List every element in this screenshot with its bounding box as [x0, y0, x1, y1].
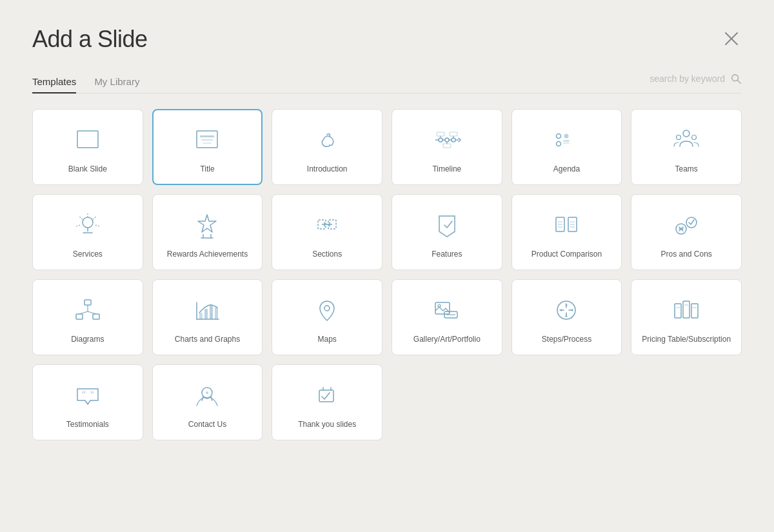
card-title[interactable]: Title: [152, 109, 263, 185]
contact-us-label: Contact Us: [188, 420, 226, 430]
card-contact-us[interactable]: Contact Us: [152, 364, 263, 440]
svg-point-54: [686, 217, 697, 228]
blank-slide-label: Blank Slide: [68, 164, 107, 175]
card-teams[interactable]: Teams: [631, 109, 742, 185]
svg-rect-61: [93, 314, 99, 319]
testimonials-icon: " ": [70, 377, 106, 413]
template-grid: Blank Slide Title Introduction Timeline: [32, 109, 742, 440]
steps-process-icon: [548, 292, 584, 328]
svg-point-27: [677, 135, 681, 140]
rewards-achievements-icon: [189, 207, 225, 243]
steps-process-label: Steps/Process: [542, 335, 591, 345]
svg-line-32: [79, 216, 83, 219]
pros-and-cons-label: Pros and Cons: [660, 250, 711, 260]
svg-text:": ": [82, 390, 86, 400]
svg-line-3: [737, 80, 740, 83]
features-label: Features: [432, 250, 462, 260]
dialog: Add a Slide Templates My Library search …: [0, 0, 774, 532]
contact-us-icon: [189, 377, 225, 413]
timeline-label: Timeline: [432, 164, 461, 175]
timeline-icon: [429, 122, 465, 158]
card-sections[interactable]: Sections: [272, 194, 382, 270]
tabs-row: Templates My Library search by keyword: [32, 71, 742, 94]
svg-rect-4: [77, 131, 98, 148]
svg-rect-83: [691, 304, 698, 318]
svg-point-90: [206, 391, 208, 394]
diagrams-icon: [70, 292, 106, 328]
services-label: Services: [73, 250, 103, 260]
card-steps-process[interactable]: Steps/Process: [511, 279, 622, 355]
svg-line-33: [93, 216, 97, 219]
card-rewards-achievements[interactable]: Rewards Achievements: [152, 194, 263, 270]
svg-point-11: [445, 138, 449, 142]
svg-rect-60: [76, 314, 83, 319]
blank-slide-icon: [70, 122, 106, 158]
charts-and-graphs-label: Charts and Graphs: [175, 335, 240, 345]
card-timeline[interactable]: Timeline: [392, 109, 502, 185]
card-maps[interactable]: Maps: [272, 279, 382, 355]
svg-rect-70: [215, 308, 218, 319]
charts-and-graphs-icon: [189, 292, 225, 328]
sections-icon: [309, 207, 345, 243]
svg-line-14: [459, 140, 461, 142]
svg-point-73: [438, 304, 441, 307]
features-icon: [429, 207, 465, 243]
svg-rect-18: [437, 132, 444, 136]
teams-label: Teams: [675, 164, 697, 175]
svg-line-34: [76, 225, 80, 226]
search-placeholder: search by keyword: [650, 74, 725, 84]
product-comparison-icon: [548, 207, 584, 243]
svg-point-26: [683, 130, 690, 137]
svg-rect-20: [450, 132, 457, 136]
pricing-table-label: Pricing Table/Subscription: [642, 335, 731, 345]
product-comparison-label: Product Comparison: [531, 250, 602, 260]
rewards-achievements-label: Rewards Achievements: [167, 250, 248, 260]
card-testimonials[interactable]: " " Testimonials: [32, 364, 143, 440]
svg-marker-37: [198, 215, 216, 232]
close-button[interactable]: [721, 28, 742, 49]
card-gallery-art-portfolio[interactable]: Gallery/Art/Portfolio: [392, 279, 502, 355]
services-icon: [70, 207, 106, 243]
card-product-comparison[interactable]: Product Comparison: [511, 194, 622, 270]
svg-rect-82: [683, 301, 690, 318]
svg-point-29: [83, 217, 93, 228]
svg-rect-8: [203, 143, 212, 144]
tabs: Templates My Library: [32, 71, 157, 93]
svg-point-28: [692, 135, 697, 140]
card-features[interactable]: Features: [392, 194, 502, 270]
card-services[interactable]: Services: [32, 194, 143, 270]
svg-rect-19: [443, 144, 451, 148]
svg-rect-25: [563, 143, 570, 144]
card-charts-and-graphs[interactable]: Charts and Graphs: [152, 279, 263, 355]
card-diagrams[interactable]: Diagrams: [32, 279, 143, 355]
title-label: Title: [200, 164, 214, 175]
svg-line-35: [95, 225, 99, 226]
tab-templates[interactable]: Templates: [32, 71, 76, 94]
svg-point-71: [324, 306, 330, 311]
svg-rect-69: [210, 305, 213, 319]
agenda-label: Agenda: [553, 164, 580, 175]
card-agenda[interactable]: Agenda: [511, 109, 622, 185]
pricing-table-icon: [668, 292, 704, 328]
svg-rect-68: [204, 309, 208, 319]
svg-point-21: [557, 134, 561, 139]
card-blank-slide[interactable]: Blank Slide: [32, 109, 143, 185]
svg-rect-81: [675, 304, 681, 318]
svg-point-22: [557, 142, 561, 146]
gallery-art-portfolio-label: Gallery/Art/Portfolio: [413, 335, 481, 345]
search-area: search by keyword: [650, 73, 742, 91]
dialog-title: Add a Slide: [32, 26, 148, 53]
svg-point-12: [452, 138, 455, 142]
svg-point-10: [439, 138, 442, 142]
card-pros-and-cons[interactable]: Pros and Cons: [631, 194, 742, 270]
svg-rect-6: [200, 135, 214, 137]
thank-you-icon: [309, 377, 345, 413]
tab-my-library[interactable]: My Library: [94, 71, 139, 94]
title-icon: [189, 122, 225, 158]
svg-rect-7: [201, 139, 213, 141]
card-thank-you[interactable]: Thank you slides: [272, 364, 382, 440]
gallery-art-portfolio-icon: [429, 292, 465, 328]
card-introduction[interactable]: Introduction: [272, 109, 382, 185]
card-pricing-table[interactable]: Pricing Table/Subscription: [631, 279, 742, 355]
testimonials-label: Testimonials: [66, 420, 109, 430]
